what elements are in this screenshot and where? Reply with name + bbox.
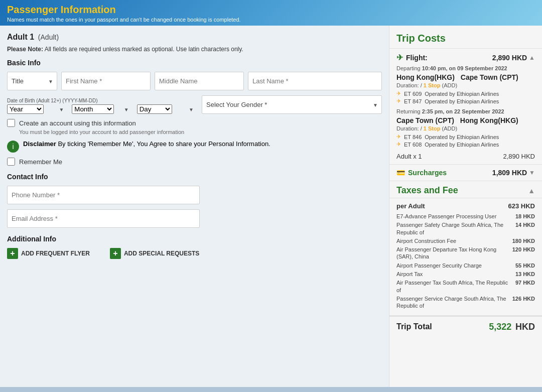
month-field[interactable]: Month: [72, 104, 132, 114]
surcharges-amount: 1,809 HKD: [492, 169, 527, 177]
tax-item-name: Passenger Service Charge South Africa, T…: [396, 295, 512, 310]
dob-group: Date of Birth (Adult 12+) (YYYY-MM-DD) Y…: [7, 98, 198, 114]
right-panel: Trip Costs ✈ Flight: 2,890 HKD ▲ Departi…: [389, 26, 542, 387]
add-frequent-flyer-button[interactable]: + ADD FREQUENT FLYER: [7, 248, 90, 259]
tax-item-amount: 180 HKD: [512, 237, 535, 244]
middle-name-field[interactable]: [155, 72, 244, 90]
route1-from: Hong Kong(HKG): [396, 73, 455, 81]
route2-to: Hong Kong(HKG): [460, 116, 518, 124]
year-select[interactable]: Year: [7, 104, 44, 114]
day-field[interactable]: Day: [137, 104, 198, 114]
note-text: All fields are required unless marked as…: [45, 46, 243, 53]
tax-item: Passenger Safety Charge South Africa, Th…: [396, 221, 535, 236]
last-name-field[interactable]: [248, 72, 382, 90]
returning-time: 2:35 pm, on 22 September 2022: [422, 108, 504, 114]
dob-label: Date of Birth (Adult 12+) (YYYY-MM-DD): [7, 98, 198, 103]
first-name-field[interactable]: [61, 72, 151, 90]
flight3-detail: ✈ ET 846 Operated by Ethiopian Airlines: [396, 134, 535, 140]
add-frequent-flyer-label: ADD FREQUENT FLYER: [21, 250, 90, 257]
tax-item-name: Airport Passenger Security Charge: [396, 262, 515, 269]
surcharges-text: Surcharges: [408, 169, 447, 177]
last-name-input[interactable]: [248, 72, 382, 90]
create-account-checkbox[interactable]: [7, 119, 15, 127]
flight-amount: 2,890 HKD: [492, 54, 527, 62]
adult-price: 2,890 HKD: [503, 153, 535, 160]
taxes-title: Taxes and Fee: [396, 185, 458, 196]
header-subtitle: Names must match the ones in your passpo…: [7, 17, 535, 23]
flight3-operated: Operated by Ethiopian Airlines: [425, 134, 499, 140]
returning-label: Returning 2:35 pm, on 22 September 2022: [396, 108, 535, 114]
tax-item: Air Passenger Departure Tax Hong Kong (S…: [396, 246, 535, 260]
add-special-requests-label: ADD SPECIAL REQUESTS: [124, 250, 199, 257]
remember-me-checkbox[interactable]: [7, 158, 15, 166]
flight4-detail: ✈ ET 608 Operated by Ethiopian Airlines: [396, 141, 535, 148]
route2-from: Cape Town (CPT): [396, 116, 454, 124]
flight-section: ✈ Flight: 2,890 HKD ▲ Departing 10:40 pm…: [389, 49, 542, 165]
flight1-detail: ✈ ET 609 Operated by Ethiopian Airlines: [396, 90, 535, 97]
title-field[interactable]: Title: [7, 72, 57, 90]
add-special-requests-icon: +: [110, 248, 121, 259]
tax-item: Air Passenger Tax South Africa, The Repu…: [396, 279, 535, 294]
phone-input[interactable]: [7, 186, 200, 204]
plane-icon: ✈: [396, 53, 403, 62]
taxes-toggle-icon[interactable]: ▲: [528, 187, 535, 195]
email-input[interactable]: [7, 209, 200, 228]
tax-item: Airport Passenger Security Charge55 HKD: [396, 262, 535, 269]
trip-total-row: Trip Total 5,322 HKD: [396, 322, 535, 332]
route2-row: Cape Town (CPT) Hong Kong(HKG): [396, 116, 535, 124]
additional-info-label: Additional Info: [7, 235, 382, 243]
title-select[interactable]: Title: [7, 72, 57, 90]
taxes-header: Taxes and Fee ▲: [389, 181, 542, 198]
per-adult-row: per Adult 623 HKD: [396, 202, 535, 210]
departing-label: Departing 10:40 pm, on 09 September 2022: [396, 65, 535, 71]
flight2-detail: ✈ ET 847 Operated by Ethiopian Airlines: [396, 98, 535, 104]
phone-wrap: [7, 186, 382, 204]
page-title: Passenger Information: [7, 4, 535, 16]
disclaimer-row: i Disclaimer By ticking 'Remember Me', Y…: [7, 140, 382, 153]
add-buttons-row: + ADD FREQUENT FLYER + ADD SPECIAL REQUE…: [7, 248, 382, 259]
additional-info-section: Additional Info + ADD FREQUENT FLYER + A…: [7, 235, 382, 259]
adult-label: Adult 1: [7, 33, 34, 41]
gender-select[interactable]: Select Your Gender *: [202, 95, 382, 114]
flight-label: ✈ Flight:: [396, 53, 428, 62]
tax-item-amount: 13 HKD: [515, 271, 535, 278]
create-account-row: Create an account using this information: [7, 119, 382, 127]
flight2-code: ET 847: [404, 98, 422, 104]
surcharges-toggle-icon[interactable]: ▼: [529, 169, 535, 176]
trip-costs-header: Trip Costs: [389, 26, 542, 49]
middle-name-input[interactable]: [155, 72, 244, 90]
gender-field[interactable]: Select Your Gender *: [202, 95, 382, 114]
name-row: Title: [7, 72, 382, 90]
duration2: Duration: /: [396, 125, 422, 132]
tax-item: E7-Advance Passenger Processing User18 H…: [396, 213, 535, 220]
tax-item: Passenger Service Charge South Africa, T…: [396, 295, 535, 310]
note-prefix: Please Note:: [7, 46, 43, 53]
month-select[interactable]: Month: [72, 104, 114, 114]
tax-item-amount: 14 HKD: [515, 221, 535, 236]
departing-time: 10:40 pm, on 09 September 2022: [422, 65, 507, 71]
trip-total-section: Trip Total 5,322 HKD: [389, 316, 542, 337]
left-panel: Adult 1 (Adult) Please Note: All fields …: [0, 26, 389, 387]
tax-item-amount: 18 HKD: [515, 213, 535, 220]
page-header: Passenger Information Names must match t…: [0, 0, 542, 26]
tax-item-amount: 97 HKD: [515, 279, 535, 294]
trip-total-amount-group: 5,322 HKD: [489, 322, 535, 332]
surcharges-label-group: 💳 Surcharges: [396, 169, 447, 177]
first-name-input[interactable]: [61, 72, 151, 90]
adult-type: (Adult): [38, 33, 59, 41]
year-field[interactable]: Year: [7, 104, 68, 114]
surcharges-icon: 💳: [396, 169, 405, 177]
surcharges-amount-row: 1,809 HKD ▼: [492, 169, 535, 177]
flight3-code: ET 846: [404, 134, 422, 140]
route1-to: Cape Town (CPT): [461, 73, 518, 81]
flight4-code: ET 608: [404, 142, 422, 148]
remember-me-label: Remember Me: [19, 158, 62, 166]
flight-toggle-icon[interactable]: ▲: [529, 54, 535, 61]
adult-x1: Adult x 1: [396, 153, 422, 160]
tax-item-name: Airport Tax: [396, 271, 515, 278]
contact-info-label: Contact Info: [7, 173, 382, 181]
flight-header-row: ✈ Flight: 2,890 HKD ▲: [396, 53, 535, 62]
stop2-code: (ADD): [442, 125, 458, 132]
day-select[interactable]: Day: [137, 104, 172, 114]
add-special-requests-button[interactable]: + ADD SPECIAL REQUESTS: [110, 248, 199, 259]
